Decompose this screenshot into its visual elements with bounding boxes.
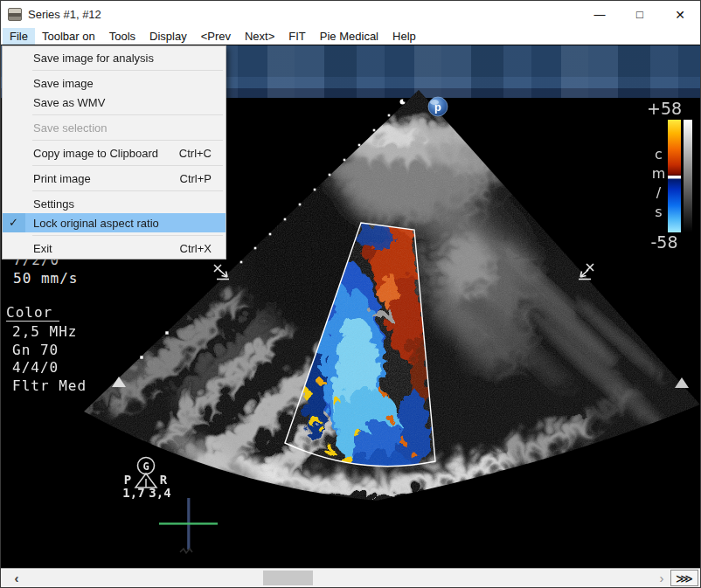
frame-scrollbar[interactable]: ‹ › ⋙	[1, 568, 700, 587]
menubar-fit[interactable]: FIT	[281, 28, 313, 45]
scrollbar-thumb[interactable]	[263, 571, 313, 585]
color-settings-readout: 2,5 MHzGn 704/4/0Fltr Med	[12, 323, 87, 395]
checkmark-icon: ✓	[9, 216, 18, 229]
menu-item-print-image[interactable]: Print imageCtrl+P	[3, 169, 226, 188]
menu-bar: File Toolbar on Tools Display <Prev Next…	[1, 28, 700, 45]
orientation-left-label: P	[124, 473, 131, 487]
color-line-2: Gn 70	[12, 342, 59, 358]
menu-separator	[32, 140, 223, 141]
menu-separator	[32, 165, 223, 166]
menubar-display[interactable]: Display	[142, 28, 194, 45]
probe-badge-label: p	[434, 100, 441, 114]
menubar-file[interactable]: File	[3, 28, 35, 45]
color-line-3: 4/4/0	[12, 359, 59, 376]
acq-line-2: 50 mm/s	[13, 270, 78, 287]
menu-separator	[32, 190, 223, 191]
menu-separator	[32, 235, 223, 236]
menubar-next[interactable]: Next>	[238, 28, 281, 45]
shortcut-label: Ctrl+C	[179, 147, 226, 160]
close-button[interactable]: ✕	[660, 1, 700, 28]
menubar-tools[interactable]: Tools	[102, 28, 142, 45]
menu-item-lock-original-aspect-ratio[interactable]: ✓ Lock original aspect ratio	[3, 213, 226, 232]
app-window: Series #1, #12 — □ ✕ File Toolbar on Too…	[0, 0, 701, 588]
menu-separator	[32, 114, 223, 115]
orientation-marker: G P R 1,7 3,4	[122, 458, 170, 501]
window-controls: — □ ✕	[580, 1, 700, 28]
menu-item-save-as-wmv[interactable]: Save as WMV	[3, 93, 226, 112]
probe-badge: p	[428, 97, 448, 116]
menu-separator	[32, 70, 223, 71]
scroll-right-arrow-icon[interactable]: ›	[653, 569, 670, 587]
edge-marker-left	[214, 265, 229, 280]
title-bar: Series #1, #12 — □ ✕	[1, 1, 700, 28]
velocity-min-label: -58	[647, 232, 682, 252]
doppler-color-scale	[668, 120, 681, 232]
orientation-right-label: R	[160, 473, 168, 487]
window-title: Series #1, #12	[28, 8, 101, 21]
menubar-prev[interactable]: <Prev	[194, 28, 238, 45]
menu-item-copy-image-to-clipboard[interactable]: Copy image to ClipboardCtrl+C	[3, 143, 226, 163]
file-menu: Save image for analysis Save image Save …	[2, 45, 226, 259]
maximize-button[interactable]: □	[620, 1, 660, 28]
menu-item-save-selection: Save selection	[3, 118, 226, 137]
menu-item-save-image-for-analysis[interactable]: Save image for analysis	[3, 48, 226, 67]
color-line-4: Fltr Med	[12, 377, 87, 394]
orientation-value-left: 1,7	[122, 486, 144, 500]
menubar-toolbar-on[interactable]: Toolbar on	[35, 28, 102, 45]
menu-item-exit[interactable]: ExitCtrl+X	[3, 239, 226, 258]
menubar-help[interactable]: Help	[385, 28, 423, 45]
minimize-button[interactable]: —	[580, 1, 620, 28]
menu-item-save-image[interactable]: Save image	[3, 73, 226, 93]
shortcut-label: Ctrl+X	[180, 242, 226, 255]
orientation-center-label: G	[142, 460, 149, 473]
crosshair-cursor[interactable]	[159, 498, 218, 550]
app-icon	[8, 8, 22, 21]
shortcut-label: Ctrl+P	[180, 172, 226, 185]
color-section-title: Color	[6, 304, 59, 322]
velocity-max-label: +58	[647, 99, 682, 118]
grayscale-scale	[684, 120, 692, 232]
scroll-left-arrow-icon[interactable]: ‹	[6, 569, 27, 587]
ecg-trace-remnant	[180, 549, 192, 553]
menubar-pie-medical[interactable]: Pie Medical	[313, 28, 385, 45]
color-line-1: 2,5 MHz	[12, 323, 77, 340]
jump-to-end-button[interactable]: ⋙	[670, 570, 698, 586]
menu-item-settings[interactable]: Settings	[3, 194, 226, 213]
orientation-value-right: 3,4	[149, 486, 170, 500]
velocity-unit-label: cm/s	[650, 146, 667, 223]
